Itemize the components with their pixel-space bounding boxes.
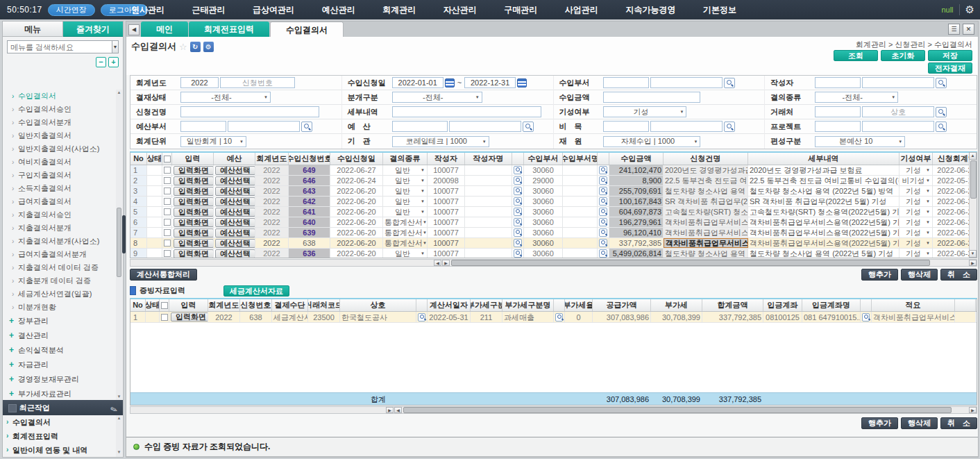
tab-voucher-entry[interactable]: 회계전표입력: [189, 22, 269, 37]
income-dept-code-input[interactable]: [603, 77, 649, 88]
vendor-name-input[interactable]: [862, 106, 934, 117]
topmenu-item-지속가능경영[interactable]: 지속가능경영: [623, 4, 678, 16]
row-checkbox[interactable]: [164, 167, 171, 174]
budget-select-button[interactable]: 예산선택: [215, 218, 255, 227]
sidebar-item[interactable]: 여비지출결의서: [3, 156, 123, 169]
e-approval-button[interactable]: 전자결재: [928, 62, 972, 74]
completion-select[interactable]: 기성▼: [603, 106, 686, 117]
grid1-vertical-scrollbar[interactable]: ▲ ▼: [969, 152, 977, 258]
sidebar-item[interactable]: 일반지출결의서(사업소): [3, 142, 123, 156]
input-screen-button[interactable]: 입력화면: [174, 239, 214, 248]
expense-item-name-input[interactable]: [650, 121, 723, 132]
row-checkbox[interactable]: [164, 198, 171, 205]
sidebar-item[interactable]: 수입결의서: [3, 90, 123, 103]
budget-select-button[interactable]: 예산선택: [215, 176, 255, 185]
search-magnifier-icon[interactable]: [514, 197, 522, 206]
grid1-select-type[interactable]: 일반▼: [385, 249, 425, 258]
row-checkbox[interactable]: [164, 177, 171, 184]
sidebar-item[interactable]: 급여지출결의서분개: [3, 248, 123, 261]
sidebar-item[interactable]: 일반지출결의서: [3, 129, 123, 142]
input-screen-button[interactable]: 입력화면: [174, 218, 214, 227]
input-screen-button[interactable]: 입력화면: [174, 176, 214, 185]
cancel-button[interactable]: 취 소: [940, 417, 977, 429]
topmenu-item-구매관리[interactable]: 구매관리: [501, 4, 540, 16]
search-magnifier-icon[interactable]: [418, 313, 425, 322]
budget-name-input[interactable]: [449, 121, 521, 132]
search-magnifier-icon[interactable]: [514, 208, 522, 216]
grid1-select-type[interactable]: 일반▼: [385, 207, 425, 217]
search-magnifier-icon[interactable]: [936, 107, 947, 117]
input-screen-button[interactable]: 입력화면: [174, 249, 214, 258]
recent-item[interactable]: 일반이체 연동 및 내역: [3, 443, 123, 457]
grid1-horizontal-scrollbar[interactable]: ◀ ▶ ▶: [130, 259, 977, 267]
income-dept-name-input[interactable]: [650, 77, 723, 88]
select-all-checkbox[interactable]: [161, 302, 168, 309]
recent-item[interactable]: 수입결의서: [3, 415, 123, 429]
save-button[interactable]: 저장: [928, 50, 972, 61]
search-magnifier-icon[interactable]: [724, 78, 735, 88]
input-screen-button[interactable]: 입력화면: [174, 187, 214, 196]
date-from-input[interactable]: [392, 77, 443, 88]
budget-select-button[interactable]: 예산선택: [215, 208, 255, 217]
add-row-button[interactable]: 행추가: [861, 417, 898, 429]
grid1-select-done[interactable]: 기성▼: [901, 165, 931, 175]
sidebar-item[interactable]: 지출결의서승인: [3, 208, 123, 222]
tab-scroll-left-icon[interactable]: ◀: [128, 24, 140, 35]
grid1-select-type[interactable]: 일반▼: [385, 186, 425, 196]
sidebar-item[interactable]: 급여지출결의서: [3, 195, 123, 208]
sidebar-group[interactable]: 부가세자료관리: [3, 387, 123, 400]
search-magnifier-icon[interactable]: [936, 78, 947, 88]
project-name-input[interactable]: [862, 121, 934, 132]
grid1-select-done[interactable]: 기성▼: [901, 217, 931, 227]
budget-select-button[interactable]: 예산선택: [215, 228, 255, 237]
search-magnifier-icon[interactable]: [514, 218, 522, 226]
search-magnifier-icon[interactable]: [514, 228, 522, 237]
fund-source-select[interactable]: 자체수입 | 1000▼: [603, 136, 700, 147]
search-magnifier-icon[interactable]: [514, 176, 522, 185]
request-title-input[interactable]: [180, 106, 319, 117]
search-magnifier-icon[interactable]: [514, 249, 522, 258]
income-amount-input[interactable]: [603, 92, 700, 103]
topmenu-item-인사관리[interactable]: 인사관리: [128, 4, 167, 16]
close-icon[interactable]: ✕: [963, 24, 974, 35]
sidebar-item[interactable]: 수입결의서분개: [3, 116, 123, 129]
search-magnifier-icon[interactable]: [936, 122, 947, 132]
expand-all-button[interactable]: +: [108, 57, 119, 67]
budget-select-button[interactable]: 예산선택: [215, 187, 255, 196]
search-magnifier-icon[interactable]: [724, 122, 735, 132]
grid1-select-type[interactable]: 통합계산서▼: [385, 238, 428, 248]
tree-scrollbar[interactable]: ▲▼: [116, 90, 122, 400]
grid1-select-done[interactable]: 기성▼: [901, 186, 931, 196]
sidebar-item[interactable]: 지출결의서 데이터 검증: [3, 261, 123, 274]
grid1-select-done[interactable]: 기성▼: [901, 249, 931, 258]
search-magnifier-icon[interactable]: [862, 313, 870, 322]
input-screen-button[interactable]: 입력화면: [171, 312, 208, 322]
topmenu-item-사업관리[interactable]: 사업관리: [562, 4, 601, 16]
sidebar-item[interactable]: 소득지출결의서: [3, 182, 123, 195]
extend-time-button[interactable]: 시간연장: [48, 4, 95, 16]
sidebar-group[interactable]: 장부관리: [3, 314, 123, 328]
search-magnifier-icon[interactable]: [599, 228, 607, 237]
grid1-select-type[interactable]: 통합계산서▼: [385, 217, 428, 227]
search-dropdown-icon[interactable]: ▼: [112, 40, 119, 53]
recent-scrollbar[interactable]: ▲▼: [116, 415, 122, 457]
topmenu-item-회계관리[interactable]: 회계관리: [380, 4, 419, 16]
search-magnifier-icon[interactable]: [599, 208, 607, 216]
search-magnifier-icon[interactable]: [555, 313, 563, 322]
reload-icon[interactable]: ⚙: [203, 42, 214, 52]
row-checkbox[interactable]: [164, 250, 171, 257]
grid1-select-done[interactable]: 기성▼: [901, 228, 931, 237]
sidebar-group[interactable]: 결산관리: [3, 328, 123, 343]
search-magnifier-icon[interactable]: [599, 187, 607, 195]
input-screen-button[interactable]: 입력화면: [174, 228, 214, 237]
budget-select-button[interactable]: 예산선택: [215, 239, 255, 248]
row-checkbox[interactable]: [164, 240, 171, 247]
recent-item[interactable]: 회계전표입력: [3, 429, 123, 443]
topmenu-item-예산관리[interactable]: 예산관리: [319, 4, 358, 16]
tab-income-resolution[interactable]: 수입결의서: [270, 22, 344, 37]
date-to-input[interactable]: [464, 77, 516, 88]
grid1-select-type[interactable]: 통합계산서▼: [385, 228, 428, 237]
sidebar-group[interactable]: 자금관리: [3, 358, 123, 372]
sidebar-item[interactable]: 수입결의서승인: [3, 103, 123, 116]
plan-type-select[interactable]: 본예산 10▼: [815, 136, 905, 147]
